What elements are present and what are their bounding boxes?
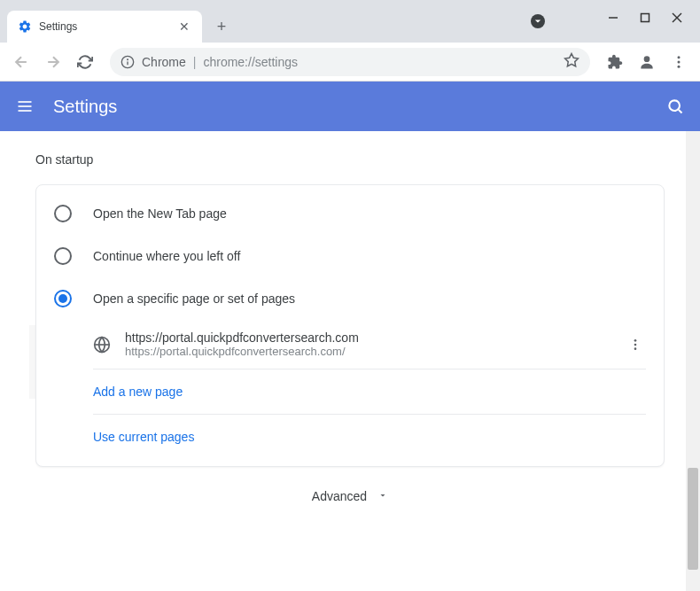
page-entry-title: https://portal.quickpdfconvertersearch.c… <box>125 330 611 345</box>
forward-button[interactable] <box>39 48 67 76</box>
menu-icon[interactable] <box>665 48 693 76</box>
advanced-label: Advanced <box>312 489 367 503</box>
radio-label: Continue where you left off <box>93 249 240 263</box>
svg-point-20 <box>634 343 637 346</box>
browser-tab[interactable]: Settings ✕ <box>7 11 202 43</box>
section-title: On startup <box>35 152 665 167</box>
radio-label: Open a specific page or set of pages <box>93 292 295 306</box>
address-separator: | <box>193 55 197 69</box>
add-page-link[interactable]: Add a new page <box>93 385 183 399</box>
svg-point-15 <box>669 100 680 111</box>
chevron-down-icon <box>377 488 388 504</box>
maximize-icon[interactable] <box>640 12 650 23</box>
add-page-row[interactable]: Add a new page <box>93 369 646 415</box>
titlebar: Settings ✕ + <box>0 0 700 43</box>
svg-point-19 <box>634 339 637 342</box>
radio-label: Open the New Tab page <box>93 206 227 221</box>
startup-option-new-tab[interactable]: Open the New Tab page <box>36 192 664 235</box>
site-info-icon[interactable] <box>121 55 135 69</box>
bookmark-icon[interactable] <box>564 52 579 72</box>
address-bar[interactable]: Chrome | chrome://settings <box>110 48 590 76</box>
settings-icon <box>18 19 32 34</box>
svg-point-10 <box>678 60 681 63</box>
reload-button[interactable] <box>71 48 99 76</box>
more-actions-icon[interactable] <box>625 334 646 355</box>
svg-point-9 <box>678 56 681 58</box>
advanced-toggle[interactable]: Advanced <box>35 467 665 525</box>
new-tab-button[interactable]: + <box>209 14 234 39</box>
svg-rect-1 <box>642 14 649 22</box>
address-origin: Chrome <box>142 55 186 69</box>
close-tab-icon[interactable]: ✕ <box>177 19 191 34</box>
page-title: Settings <box>53 97 647 117</box>
use-current-row[interactable]: Use current pages <box>93 415 646 459</box>
startup-page-row: https://portal.quickpdfconvertersearch.c… <box>93 320 646 369</box>
minimize-icon[interactable] <box>608 12 618 23</box>
settings-header: Settings <box>0 82 700 131</box>
startup-option-continue[interactable]: Continue where you left off <box>36 235 664 277</box>
svg-point-21 <box>634 347 637 350</box>
svg-point-8 <box>644 56 650 62</box>
radio-icon <box>54 290 72 307</box>
radio-icon <box>54 247 72 265</box>
window-controls <box>590 0 700 35</box>
startup-option-specific-pages[interactable]: Open a specific page or set of pages <box>36 277 664 320</box>
page-entry-url: https://portal.quickpdfconvertersearch.c… <box>125 345 611 358</box>
svg-marker-7 <box>565 53 579 66</box>
browser-toolbar: Chrome | chrome://settings <box>0 43 700 82</box>
profile-icon[interactable] <box>633 48 661 76</box>
startup-card: Open the New Tab page Continue where you… <box>35 184 665 467</box>
content-area: PCrisk.com On startup Open the New Tab p… <box>0 131 700 591</box>
svg-line-16 <box>679 110 682 113</box>
tab-title: Settings <box>39 20 170 33</box>
use-current-link[interactable]: Use current pages <box>93 430 194 444</box>
radio-icon <box>54 205 72 222</box>
tab-search-icon[interactable] <box>531 14 545 28</box>
globe-icon <box>93 336 111 354</box>
back-button[interactable] <box>7 48 35 76</box>
svg-point-11 <box>678 65 681 67</box>
page-info: https://portal.quickpdfconvertersearch.c… <box>125 330 611 358</box>
search-icon[interactable] <box>665 96 686 117</box>
extensions-icon[interactable] <box>601 48 629 76</box>
hamburger-menu-icon[interactable] <box>14 96 35 117</box>
close-window-icon[interactable] <box>672 12 682 23</box>
startup-pages-section: https://portal.quickpdfconvertersearch.c… <box>36 320 664 459</box>
address-url: chrome://settings <box>203 55 298 69</box>
